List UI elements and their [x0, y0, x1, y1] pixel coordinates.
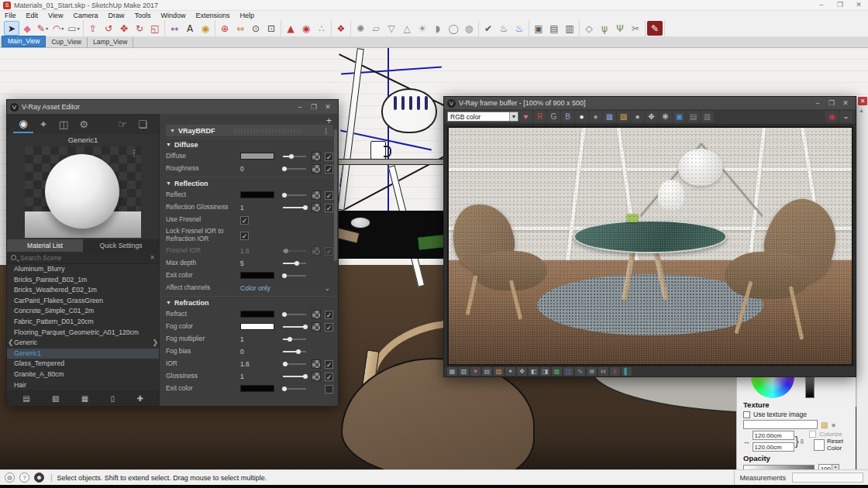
color-swatch[interactable] — [240, 311, 274, 318]
fb-pan-icon[interactable]: ✥ — [517, 367, 527, 376]
menu-file[interactable]: File — [5, 12, 16, 19]
channel-blue-icon[interactable]: B — [561, 111, 574, 122]
vray-asset-editor-launcher-button[interactable]: ✎ — [647, 21, 663, 36]
menu-tools[interactable]: Tools — [134, 12, 150, 19]
vray-light-sun-button[interactable]: ☀ — [415, 21, 430, 36]
user-icon[interactable]: ☻ — [34, 473, 44, 483]
param-slider[interactable] — [283, 275, 306, 277]
fb-lut-icon[interactable]: ⊞ — [587, 367, 597, 376]
slider-thumb[interactable] — [289, 154, 294, 159]
section-header-reflection[interactable]: ▼Reflection — [166, 177, 333, 189]
use-fresnel-checkbox[interactable]: ✓ — [240, 216, 249, 225]
eraser-tool-button[interactable]: ◆ — [19, 21, 35, 36]
chevron-down-icon[interactable]: ⌄ — [324, 284, 333, 292]
tab-material-list[interactable]: Material List — [7, 239, 83, 252]
fb-swatch-icon[interactable]: ▨ — [494, 367, 504, 376]
vray-lock-scene-button[interactable]: ▥ — [562, 21, 577, 36]
track-mouse-icon[interactable]: ✥ — [645, 111, 658, 122]
vray-light-dome-button[interactable]: ◗ — [430, 21, 446, 36]
menu-camera[interactable]: Camera — [73, 12, 98, 19]
texture-map-icon[interactable] — [312, 372, 321, 381]
slider-thumb[interactable] — [303, 325, 308, 329]
move-tool-button[interactable]: ✥ — [116, 21, 132, 36]
scale-tool-button[interactable]: ◱ — [147, 21, 163, 36]
param-value[interactable] — [240, 323, 281, 332]
fb-compare-v-icon[interactable]: ‖ — [610, 367, 620, 376]
dropdown-arrow-icon[interactable]: ▾ — [78, 26, 80, 31]
texture-map-icon[interactable] — [312, 191, 321, 200]
colorize-checkbox[interactable] — [809, 431, 816, 438]
params-scrollbar[interactable] — [334, 129, 337, 261]
brdf-header[interactable]: ▼ VRayBRDF ⋮ — [166, 125, 333, 136]
enable-checkbox[interactable]: ✓ — [325, 204, 333, 212]
param-slider[interactable] — [283, 388, 306, 390]
reset-color-label[interactable]: Reset Color — [827, 438, 851, 452]
fb-maximize-button[interactable]: ❐ — [825, 99, 839, 107]
add-layer-button[interactable]: + — [326, 115, 332, 126]
aspect-lock-icon[interactable]: ∞ — [798, 438, 806, 443]
enable-checkbox[interactable]: ✓ — [325, 247, 333, 256]
param-slider[interactable] — [283, 250, 306, 252]
param-value[interactable]: 5 — [240, 259, 281, 267]
material-item[interactable]: Bricks_Painted_B02_1m — [7, 275, 159, 286]
affect-channels-dropdown[interactable]: Color only⌄ — [240, 284, 333, 292]
param-value[interactable]: 1 — [240, 204, 281, 211]
materials-tab-icon[interactable]: ◉ — [13, 115, 33, 133]
clear-image-icon[interactable]: ● — [631, 111, 644, 122]
opacity-spinner[interactable]: 100▲▼ — [818, 464, 839, 469]
vray-fur-edit-button[interactable]: Ψ — [612, 21, 628, 36]
enable-checkbox[interactable]: ✓ — [325, 311, 333, 319]
menu-draw[interactable]: Draw — [108, 12, 124, 19]
param-slider[interactable] — [283, 207, 306, 208]
text-tool-button[interactable]: A — [182, 21, 198, 36]
texture-file-field[interactable] — [743, 420, 818, 429]
asset-preview-toggle-icon[interactable]: ❏ — [133, 115, 153, 133]
settings-tab-icon[interactable]: ⚙ — [74, 115, 94, 133]
section-header-refraction[interactable]: ▼Refraction — [166, 296, 333, 308]
model-viewport[interactable]: ✕ ▲ ▼ Select Edit Color Picker: Color Wh… — [0, 48, 868, 469]
color-swatch[interactable] — [240, 323, 274, 330]
scene-tab-main_view[interactable]: Main_View — [2, 36, 46, 47]
fb-exposure-icon[interactable]: ◨ — [540, 367, 550, 376]
vray-frame-buffer-button[interactable]: ▣ — [531, 21, 546, 36]
start-render-icon[interactable]: ◒ — [839, 111, 852, 122]
render-image-area[interactable] — [447, 126, 853, 366]
zoom-extents-tool-button[interactable]: ⊡ — [264, 21, 279, 36]
menu-edit[interactable]: Edit — [26, 12, 39, 19]
fb-save-all-icon[interactable]: ▦ — [447, 367, 457, 376]
material-item[interactable]: Glass_Tempered — [7, 359, 159, 369]
dropdown-arrow-icon[interactable]: ▾ — [61, 26, 64, 31]
ae-minimize-button[interactable]: – — [293, 103, 307, 111]
slider-thumb[interactable] — [303, 205, 308, 210]
vray-batch-render-button[interactable]: ▤ — [546, 21, 562, 36]
texture-map-icon[interactable] — [312, 310, 321, 319]
vray-infinite-plane-button[interactable]: ◇ — [581, 21, 597, 36]
clear-search-icon[interactable]: ✕ — [150, 254, 155, 261]
param-slider[interactable] — [283, 339, 306, 340]
fb-minimize-button[interactable]: – — [811, 99, 825, 107]
save-image-icon[interactable]: ▦ — [603, 111, 616, 122]
load-image-icon[interactable]: ▨ — [617, 111, 630, 122]
channel-green-icon[interactable]: G — [547, 111, 560, 122]
color-swatch[interactable] — [240, 191, 274, 198]
param-slider[interactable] — [283, 168, 306, 170]
follow-me-tool-button[interactable]: ↺ — [101, 21, 116, 36]
menu-window[interactable]: Window — [160, 12, 185, 19]
vray-render-button[interactable]: ✔ — [480, 21, 496, 36]
material-item[interactable]: Generic — [7, 338, 159, 349]
channel-gray-icon[interactable]: ● — [589, 111, 602, 122]
param-value[interactable] — [240, 272, 281, 280]
look-around-tool-button[interactable]: ◉ — [298, 21, 314, 36]
preview-menu-icon[interactable]: ⋮ — [130, 149, 138, 157]
rectangle-tool-button[interactable]: ▭▾ — [66, 21, 81, 36]
fb-curves-icon[interactable]: ∿ — [575, 367, 585, 376]
param-value[interactable] — [240, 385, 281, 393]
dropdown-arrow-icon[interactable]: ▾ — [46, 26, 48, 31]
push-pull-tool-button[interactable]: ⇧ — [85, 21, 101, 36]
param-slider[interactable] — [283, 156, 306, 157]
paint-bucket-tool-button[interactable]: ◉ — [198, 21, 213, 36]
param-slider[interactable] — [283, 314, 306, 315]
add-material-icon[interactable]: ▤ — [22, 394, 29, 403]
param-value[interactable]: 1.6 — [240, 247, 281, 255]
purge-materials-icon[interactable]: ✚ — [136, 394, 143, 403]
